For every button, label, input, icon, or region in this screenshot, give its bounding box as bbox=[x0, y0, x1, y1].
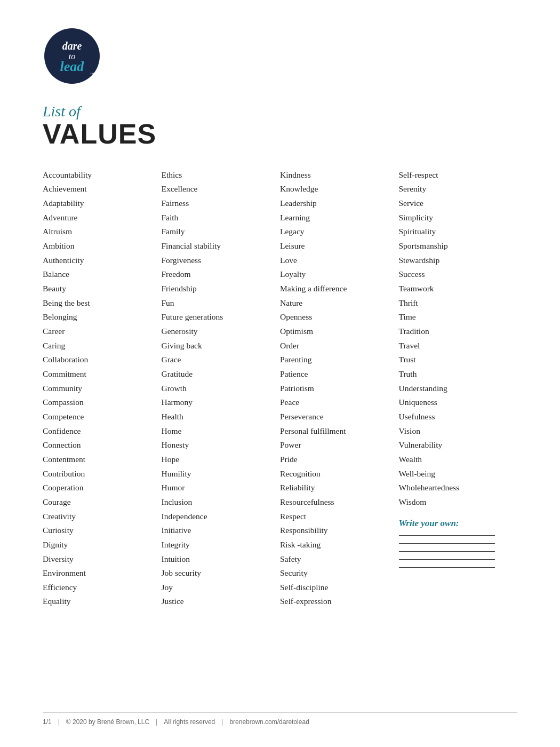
value-item: Joy bbox=[162, 581, 281, 595]
value-item: Self-respect bbox=[399, 168, 518, 182]
value-item: Pride bbox=[280, 452, 399, 467]
value-item: Hope bbox=[162, 452, 281, 467]
values-heading: VALUES bbox=[43, 120, 517, 148]
value-item: Caring bbox=[43, 339, 162, 353]
value-item: Simplicity bbox=[399, 211, 518, 225]
value-item: Learning bbox=[280, 211, 399, 225]
value-item: Leisure bbox=[280, 239, 399, 253]
value-item: Efficiency bbox=[43, 581, 162, 595]
value-item: Authenticity bbox=[43, 253, 162, 268]
write-line bbox=[399, 551, 495, 552]
value-item: Family bbox=[162, 225, 281, 239]
value-item: Responsibility bbox=[280, 523, 399, 538]
value-item: Perseverance bbox=[280, 410, 399, 424]
value-item: Harmony bbox=[162, 395, 281, 410]
value-item: Excellence bbox=[162, 182, 281, 196]
value-item: Self-discipline bbox=[280, 581, 399, 595]
value-item: Growth bbox=[162, 382, 281, 396]
value-item: Thrift bbox=[399, 296, 518, 311]
value-item: Beauty bbox=[43, 282, 162, 296]
value-item: Friendship bbox=[162, 282, 281, 296]
value-item: Legacy bbox=[280, 225, 399, 239]
footer: 1/1 | © 2020 by Brené Brown, LLC | All r… bbox=[43, 712, 517, 726]
value-item: Spirituality bbox=[399, 225, 518, 239]
svg-text:lead: lead bbox=[60, 59, 85, 74]
value-item: Truth bbox=[399, 367, 518, 382]
dare-to-lead-logo: dare to lead ™ bbox=[43, 27, 101, 85]
value-item: Adventure bbox=[43, 211, 162, 225]
value-item: Ethics bbox=[162, 168, 281, 182]
value-item: Generosity bbox=[162, 324, 281, 339]
footer-website: brenebrown.com/daretolead bbox=[229, 718, 309, 726]
value-item: Knowledge bbox=[280, 182, 399, 196]
value-item: Security bbox=[280, 566, 399, 581]
value-item: Future generations bbox=[162, 310, 281, 324]
value-item: Collaboration bbox=[43, 353, 162, 367]
value-item: Optimism bbox=[280, 324, 399, 339]
value-item: Confidence bbox=[43, 424, 162, 439]
value-item: Gratitude bbox=[162, 367, 281, 382]
value-item: Adaptability bbox=[43, 196, 162, 211]
value-item: Patriotism bbox=[280, 382, 399, 396]
value-item: Self-expression bbox=[280, 594, 399, 609]
value-item: Safety bbox=[280, 552, 399, 567]
value-item: Grace bbox=[162, 353, 281, 367]
value-item: Order bbox=[280, 339, 399, 353]
values-column-1: AccountabilityAchievementAdaptabilityAdv… bbox=[43, 168, 162, 609]
value-item: Nature bbox=[280, 296, 399, 311]
value-item: Environment bbox=[43, 566, 162, 581]
footer-sep3: | bbox=[221, 718, 223, 726]
value-item: Wisdom bbox=[399, 495, 518, 510]
value-item: Time bbox=[399, 310, 518, 324]
value-item: Personal fulfillment bbox=[280, 424, 399, 439]
value-item: Risk -taking bbox=[280, 538, 399, 552]
value-item: Trust bbox=[399, 353, 518, 367]
value-item: Travel bbox=[399, 339, 518, 353]
svg-text:dare: dare bbox=[62, 40, 82, 52]
value-item: Independence bbox=[162, 510, 281, 524]
value-item: Competence bbox=[43, 410, 162, 424]
value-item: Creativity bbox=[43, 510, 162, 524]
value-item: Faith bbox=[162, 211, 281, 225]
value-item: Reliability bbox=[280, 481, 399, 495]
value-item: Patience bbox=[280, 367, 399, 382]
footer-copyright: © 2020 by Brené Brown, LLC bbox=[66, 718, 149, 726]
value-item: Inclusion bbox=[162, 495, 281, 510]
value-item: Leadership bbox=[280, 196, 399, 211]
value-item: Justice bbox=[162, 594, 281, 609]
value-item: Compassion bbox=[43, 395, 162, 410]
value-item: Vision bbox=[399, 424, 518, 439]
values-column-2: EthicsExcellenceFairnessFaithFamilyFinan… bbox=[162, 168, 281, 609]
value-item: Making a difference bbox=[280, 282, 399, 296]
value-item: Resourcefulness bbox=[280, 495, 399, 510]
footer-page: 1/1 bbox=[43, 718, 52, 726]
value-item: Equality bbox=[43, 594, 162, 609]
value-item: Curiosity bbox=[43, 523, 162, 538]
value-item: Usefulness bbox=[399, 410, 518, 424]
value-item: Financial stability bbox=[162, 239, 281, 253]
value-item: Kindness bbox=[280, 168, 399, 182]
value-item: Integrity bbox=[162, 538, 281, 552]
footer-sep2: | bbox=[156, 718, 157, 726]
value-item: Peace bbox=[280, 395, 399, 410]
value-item: Dignity bbox=[43, 538, 162, 552]
value-item: Job security bbox=[162, 566, 281, 581]
write-your-own-label: Write your own: bbox=[399, 518, 518, 529]
value-item: Giving back bbox=[162, 339, 281, 353]
value-item: Connection bbox=[43, 438, 162, 452]
value-item: Intuition bbox=[162, 552, 281, 567]
value-item: Honesty bbox=[162, 438, 281, 452]
values-column-4: Self-respectSerenityServiceSimplicitySpi… bbox=[399, 168, 518, 609]
write-lines-container bbox=[399, 535, 518, 568]
value-item: Commitment bbox=[43, 367, 162, 382]
values-column-3: KindnessKnowledgeLeadershipLearningLegac… bbox=[280, 168, 399, 609]
value-item: Success bbox=[399, 267, 518, 282]
value-item: Openness bbox=[280, 310, 399, 324]
value-item: Uniqueness bbox=[399, 395, 518, 410]
logo-container: dare to lead ™ bbox=[43, 27, 517, 88]
value-item: Serenity bbox=[399, 182, 518, 196]
value-item: Balance bbox=[43, 267, 162, 282]
value-item: Health bbox=[162, 410, 281, 424]
value-item: Contribution bbox=[43, 467, 162, 481]
value-item: Fairness bbox=[162, 196, 281, 211]
